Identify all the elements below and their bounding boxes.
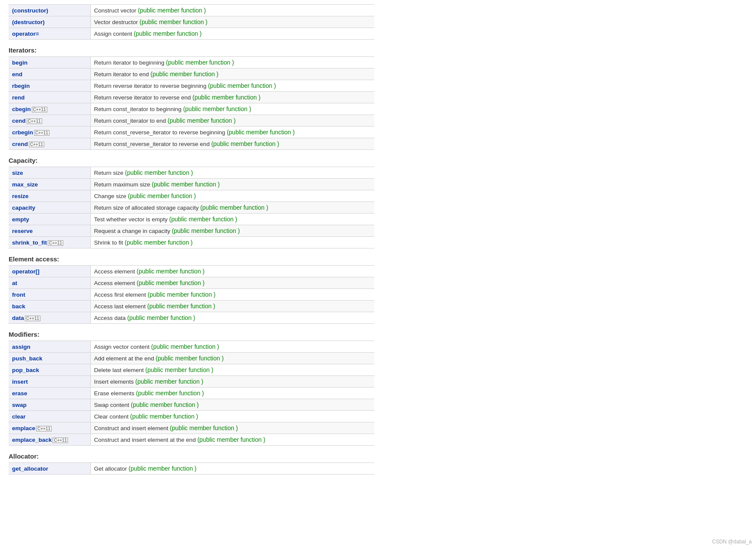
func-name[interactable]: push_back [12, 355, 43, 362]
table-row[interactable]: crbeginC++11Return const_reverse_iterato… [9, 127, 374, 138]
table-row[interactable]: atAccess element (public member function… [9, 277, 374, 289]
func-name[interactable]: (destructor) [12, 19, 45, 25]
func-name[interactable]: at [12, 280, 17, 286]
func-link[interactable]: (public member function ) [148, 291, 216, 298]
func-name[interactable]: assign [12, 344, 31, 350]
func-link[interactable]: (public member function ) [211, 140, 279, 147]
func-link[interactable]: (public member function ) [169, 216, 237, 223]
func-name[interactable]: back [12, 303, 25, 310]
func-link[interactable]: (public member function ) [152, 181, 220, 188]
func-link[interactable]: (public member function ) [170, 425, 238, 431]
func-link[interactable]: (public member function ) [168, 117, 236, 124]
table-row[interactable]: get_allocatorGet allocator (public membe… [9, 463, 374, 475]
func-name[interactable]: get_allocator [12, 465, 48, 472]
table-row[interactable]: cendC++11Return const_iterator to end (p… [9, 115, 374, 127]
func-name[interactable]: swap [12, 402, 27, 408]
func-link[interactable]: (public member function ) [136, 378, 204, 385]
table-row[interactable]: operator[]Access element (public member … [9, 266, 374, 277]
func-name[interactable]: shrink_to_fit [12, 239, 47, 246]
func-name[interactable]: (constructor) [12, 7, 48, 14]
table-row[interactable]: sizeReturn size (public member function … [9, 167, 374, 179]
func-link[interactable]: (public member function ) [125, 169, 193, 176]
func-name[interactable]: clear [12, 413, 26, 420]
func-name[interactable]: crend [12, 141, 28, 147]
table-row[interactable]: backAccess last element (public member f… [9, 301, 374, 312]
table-row[interactable]: cbeginC++11Return const_iterator to begi… [9, 103, 374, 115]
func-name[interactable]: insert [12, 378, 28, 385]
func-desc: Construct and insert element at the end [94, 437, 197, 443]
func-name[interactable]: pop_back [12, 367, 39, 373]
table-row[interactable]: rendReturn reverse iterator to reverse e… [9, 92, 374, 103]
func-name[interactable]: rbegin [12, 83, 30, 89]
func-link[interactable]: (public member function ) [151, 343, 219, 350]
table-row[interactable]: endReturn iterator to end (public member… [9, 68, 374, 80]
func-link[interactable]: (public member function ) [130, 413, 198, 420]
table-row[interactable]: clearClear content (public member functi… [9, 411, 374, 422]
table-row[interactable]: eraseErase elements (public member funct… [9, 388, 374, 399]
func-link[interactable]: (public member function ) [227, 129, 295, 136]
table-row[interactable]: crendC++11Return const_reverse_iterator … [9, 138, 374, 150]
table-row[interactable]: emplace_backC++11Construct and insert el… [9, 434, 374, 446]
table-row[interactable]: (constructor)Construct vector (public me… [9, 5, 374, 16]
func-name[interactable]: cbegin [12, 106, 31, 112]
func-link[interactable]: (public member function ) [172, 227, 240, 234]
func-name[interactable]: reserve [12, 228, 33, 234]
func-link[interactable]: (public member function ) [129, 465, 197, 472]
func-name[interactable]: empty [12, 216, 29, 223]
func-name[interactable]: emplace_back [12, 437, 52, 443]
func-name[interactable]: crbegin [12, 129, 33, 136]
func-link[interactable]: (public member function ) [139, 19, 207, 25]
table-row[interactable]: operator=Assign content (public member f… [9, 28, 374, 40]
func-name[interactable]: max_size [12, 181, 38, 188]
func-name[interactable]: operator= [12, 31, 39, 37]
table-row[interactable]: push_backAdd element at the end (public … [9, 353, 374, 364]
table-row[interactable]: resizeChange size (public member functio… [9, 190, 374, 202]
table-row[interactable]: swapSwap content (public member function… [9, 399, 374, 411]
func-name[interactable]: size [12, 170, 23, 176]
table-row[interactable]: assignAssign vector content (public memb… [9, 341, 374, 353]
func-link[interactable]: (public member function ) [208, 82, 276, 89]
func-link[interactable]: (public member function ) [137, 268, 205, 275]
func-link[interactable]: (public member function ) [197, 436, 265, 443]
func-name[interactable]: capacity [12, 205, 35, 211]
func-link[interactable]: (public member function ) [138, 7, 206, 14]
func-name[interactable]: resize [12, 193, 28, 199]
func-link[interactable]: (public member function ) [183, 105, 251, 112]
func-link[interactable]: (public member function ) [134, 30, 202, 37]
table-row[interactable]: shrink_to_fitC++11Shrink to fit (public … [9, 237, 374, 248]
func-name[interactable]: begin [12, 59, 28, 66]
table-row[interactable]: reserveRequest a change in capacity (pub… [9, 225, 374, 237]
table-row[interactable]: beginReturn iterator to beginning (publi… [9, 57, 374, 68]
func-name[interactable]: emplace [12, 425, 35, 431]
func-link[interactable]: (public member function ) [131, 401, 199, 408]
func-link[interactable]: (public member function ) [128, 192, 196, 199]
table-row[interactable]: max_sizeReturn maximum size (public memb… [9, 179, 374, 190]
func-link[interactable]: (public member function ) [125, 239, 193, 246]
table-row[interactable]: capacityReturn size of allocated storage… [9, 202, 374, 214]
func-link[interactable]: (public member function ) [137, 279, 205, 286]
table-row[interactable]: frontAccess first element (public member… [9, 289, 374, 301]
func-name[interactable]: front [12, 292, 25, 298]
func-link[interactable]: (public member function ) [151, 71, 219, 78]
func-link[interactable]: (public member function ) [136, 390, 204, 397]
func-link[interactable]: (public member function ) [192, 94, 260, 101]
func-link[interactable]: (public member function ) [200, 204, 268, 211]
table-row[interactable]: rbeginReturn reverse iterator to reverse… [9, 80, 374, 92]
func-link[interactable]: (public member function ) [127, 314, 195, 321]
func-name[interactable]: data [12, 315, 24, 321]
func-link[interactable]: (public member function ) [166, 59, 234, 66]
func-link[interactable]: (public member function ) [145, 366, 213, 373]
table-row[interactable]: insertInsert elements (public member fun… [9, 376, 374, 388]
func-name[interactable]: erase [12, 390, 27, 397]
func-link[interactable]: (public member function ) [147, 303, 215, 310]
func-name[interactable]: end [12, 71, 22, 78]
func-name[interactable]: operator[] [12, 268, 40, 275]
func-name[interactable]: cend [12, 118, 26, 124]
table-row[interactable]: pop_backDelete last element (public memb… [9, 364, 374, 376]
func-link[interactable]: (public member function ) [156, 355, 224, 362]
table-row[interactable]: emplaceC++11Construct and insert element… [9, 422, 374, 434]
table-row[interactable]: (destructor)Vector destructor (public me… [9, 16, 374, 28]
func-name[interactable]: rend [12, 94, 25, 101]
table-row[interactable]: emptyTest whether vector is empty (publi… [9, 214, 374, 225]
table-row[interactable]: dataC++11Access data (public member func… [9, 312, 374, 324]
